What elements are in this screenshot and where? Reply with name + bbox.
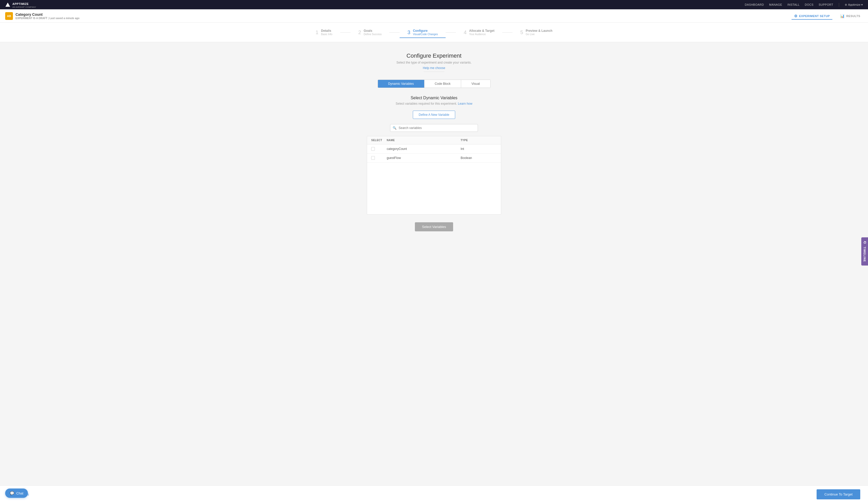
steps-list: 1 Details Basic Info 2 Goals Define Succ… [308, 28, 560, 37]
experiment-details: Category Count EXPERIMENT IS A DRAFT | L… [16, 12, 80, 20]
search-container: 🔍 [390, 124, 478, 132]
step-5-info: Preview & Launch Go Live [526, 29, 552, 36]
tab-code-block[interactable]: Code Block [424, 80, 461, 88]
tab-visual[interactable]: Visual [461, 80, 490, 88]
nav-divider: | [838, 2, 839, 7]
variable-name-1: guestFlow [387, 156, 461, 160]
table-row[interactable]: guestFlow Boolean [367, 154, 501, 163]
dv-subtitle: Select variables required for this exper… [396, 102, 473, 105]
table-header: SELECT NAME TYPE [367, 136, 501, 144]
apptimize-icon: ⚙ [845, 3, 847, 6]
chart-icon: 📊 [840, 14, 845, 18]
timeline-panel[interactable]: ⏱ TIMELINE [861, 237, 868, 266]
step-details[interactable]: 1 Details Basic Info [308, 28, 340, 37]
bottom-bar: ‹ Back to Goals Continue To Target [0, 485, 868, 503]
nav-manage[interactable]: MANAGE [769, 3, 782, 6]
results-button[interactable]: 📊 RESULTS [838, 12, 863, 20]
step-allocate-target[interactable]: 4 Allocate & Target Your Audience [456, 28, 502, 37]
step-1-info: Details Basic Info [321, 29, 332, 36]
step-2-label: Goals [364, 29, 382, 33]
nav-docs[interactable]: DOCS [805, 3, 814, 6]
step-2-info: Goals Define Success [364, 29, 382, 36]
step-goals[interactable]: 2 Goals Define Success [351, 28, 390, 37]
variable-name-0: categoryCount [387, 147, 461, 151]
top-navigation: APPTIMIZE AN AIRSHIP COMPANY DASHBOARD M… [0, 0, 868, 9]
table-row[interactable]: categoryCount Int [367, 144, 501, 154]
continue-to-target-button[interactable]: Continue To Target [817, 489, 860, 499]
step-3-sublabel: Visual/Code Changes [413, 33, 438, 36]
tab-dynamic-variables[interactable]: Dynamic Variables [378, 80, 424, 88]
experiment-title: Category Count [16, 12, 80, 17]
logo-icon [5, 2, 10, 7]
step-5-sublabel: Go Live [526, 33, 552, 36]
step-divider-4 [502, 32, 513, 33]
experiment-tabs: Dynamic Variables Code Block Visual [378, 80, 490, 88]
step-1-sublabel: Basic Info [321, 33, 332, 36]
step-2-sublabel: Define Success [364, 33, 382, 36]
chat-button[interactable]: 💬 Chat [5, 489, 28, 498]
search-variables-input[interactable] [390, 124, 478, 132]
define-new-variable-button[interactable]: Define A New Variable [413, 111, 455, 119]
nav-dashboard[interactable]: DASHBOARD [745, 3, 764, 6]
top-nav-links: DASHBOARD MANAGE INSTALL DOCS SUPPORT | … [745, 2, 863, 7]
variable-type-0: Int [461, 147, 497, 151]
dynamic-variables-section: Select Dynamic Variables Select variable… [396, 96, 473, 105]
wizard-steps: 1 Details Basic Info 2 Goals Define Succ… [0, 23, 868, 42]
variable-checkbox-0[interactable] [371, 147, 375, 151]
experiment-setup-button[interactable]: ⚙ EXPERIMENT SETUP [792, 12, 833, 20]
chat-icon: 💬 [10, 491, 14, 495]
step-preview-launch[interactable]: 5 Preview & Launch Go Live [513, 28, 560, 37]
step-1-label: Details [321, 29, 332, 33]
gear-icon: ⚙ [794, 14, 798, 18]
avatar: AB [5, 12, 13, 20]
col-name: NAME [387, 139, 461, 142]
select-variables-button[interactable]: Select Variables [415, 222, 453, 231]
step-5-num: 5 [520, 30, 523, 35]
step-2-num: 2 [358, 30, 361, 35]
learn-how-link[interactable]: Learn how [458, 102, 472, 105]
table-empty-space [367, 163, 501, 214]
header-actions: ⚙ EXPERIMENT SETUP 📊 RESULTS [792, 12, 863, 20]
step-1-num: 1 [316, 30, 319, 35]
variable-type-1: Boolean [461, 156, 497, 160]
step-5-label: Preview & Launch [526, 29, 552, 33]
experiment-info: AB Category Count EXPERIMENT IS A DRAFT … [5, 12, 80, 20]
timeline-icon: ⏱ [863, 241, 867, 245]
step-3-label: Configure [413, 29, 438, 33]
main-content: Configure Experiment Select the type of … [0, 42, 868, 502]
configure-header: Configure Experiment Select the type of … [396, 52, 472, 72]
configure-title: Configure Experiment [396, 52, 472, 59]
step-4-info: Allocate & Target Your Audience [469, 29, 495, 36]
configure-subtitle: Select the type of experiment and create… [396, 61, 472, 64]
step-3-num: 3 [407, 30, 410, 35]
variables-table: SELECT NAME TYPE categoryCount Int guest… [367, 136, 501, 215]
active-step-underline [400, 38, 446, 38]
step-divider-1 [340, 32, 351, 33]
nav-support[interactable]: SUPPORT [819, 3, 833, 6]
help-me-choose-link[interactable]: Help me choose [423, 66, 445, 70]
step-divider-3 [446, 32, 456, 33]
variable-checkbox-1[interactable] [371, 156, 375, 160]
col-type: TYPE [461, 139, 497, 142]
nav-install[interactable]: INSTALL [787, 3, 799, 6]
step-4-num: 4 [464, 30, 466, 35]
step-4-label: Allocate & Target [469, 29, 495, 33]
step-configure[interactable]: 3 Configure Visual/Code Changes [400, 28, 446, 37]
brand-name: APPTIMIZE AN AIRSHIP COMPANY [12, 1, 36, 8]
search-icon: 🔍 [393, 126, 396, 130]
step-divider-2 [389, 32, 400, 33]
user-menu[interactable]: ⚙ Apptimize ▾ [845, 3, 863, 7]
step-4-sublabel: Your Audience [469, 33, 495, 36]
step-3-info: Configure Visual/Code Changes [413, 29, 438, 36]
experiment-status: EXPERIMENT IS A DRAFT | Last saved a min… [16, 17, 80, 20]
brand-area: APPTIMIZE AN AIRSHIP COMPANY [5, 1, 36, 8]
sub-header: AB Category Count EXPERIMENT IS A DRAFT … [0, 9, 868, 23]
dv-title: Select Dynamic Variables [396, 96, 473, 100]
col-select: SELECT [371, 139, 387, 142]
